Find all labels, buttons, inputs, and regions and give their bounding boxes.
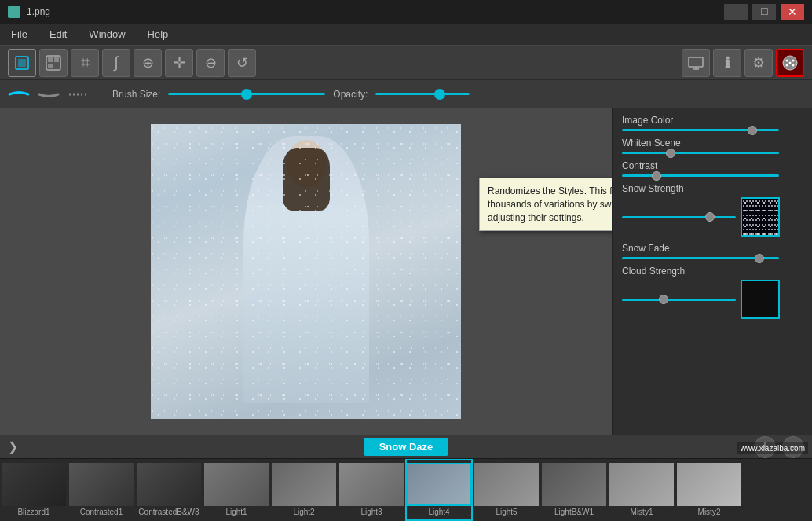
menu-window[interactable]: Window [84, 27, 130, 42]
svg-point-13 [786, 64, 788, 66]
display-button[interactable] [682, 49, 710, 77]
whiten-scene-label: Whiten Scene [622, 138, 803, 149]
crop-button[interactable]: ⌗ [71, 49, 99, 77]
filmstrip-item-misty1[interactable]: Misty1 [608, 459, 675, 521]
tooltip: Randomizes the Styles. This feature crea… [479, 178, 612, 231]
filmstrip-item-light2[interactable]: Light2 [270, 459, 338, 521]
snow-fade-label: Snow Fade [622, 243, 803, 254]
bottom-left: ❯ [8, 439, 18, 454]
svg-point-14 [792, 64, 795, 66]
maximize-button[interactable]: ☐ [752, 4, 776, 20]
contrast-label: Contrast [622, 160, 803, 171]
main-toolbar: ⌗ ∫ ⊕ ✛ ⊖ ↺ ℹ ⚙ [0, 46, 812, 80]
opacity-slider[interactable] [375, 93, 470, 95]
snow-fade-control: Snow Fade [622, 243, 803, 259]
zoom-out-button[interactable]: ⊖ [196, 49, 225, 77]
filmstrip-item-lightbw1[interactable]: LightB&W1 [540, 459, 608, 521]
menu-edit[interactable]: Edit [45, 27, 71, 42]
snow-strength-control: Snow Strength [622, 183, 803, 237]
curve-button[interactable]: ∫ [102, 49, 130, 77]
brush-tool-2[interactable] [38, 87, 60, 101]
filmstrip-item-misty2[interactable]: Misty2 [675, 459, 743, 521]
filmstrip-item-contrastedbw3[interactable]: ContrastedB&W3 [135, 459, 203, 521]
title-bar: 1.png — ☐ ✕ [0, 0, 812, 24]
window-controls: — ☐ ✕ [724, 4, 804, 20]
brush-size-slider[interactable] [168, 93, 325, 95]
filmstrip: Blizzard1 Contrasted1 ContrastedB&W3 Lig… [0, 458, 812, 521]
zoom-in-button[interactable]: ⊕ [134, 49, 162, 77]
cloud-strength-control: Cloud Strength [622, 266, 803, 319]
menu-bar: File Edit Window Help [0, 24, 812, 46]
watermark: www.xiazaiba.com [737, 442, 808, 454]
whiten-scene-slider[interactable] [622, 152, 779, 154]
brush-tool-3[interactable] [68, 87, 90, 101]
bottom-bar: ❯ Snow Daze + − [0, 435, 812, 458]
settings-button[interactable]: ⚙ [744, 49, 773, 77]
snow-strength-label: Snow Strength [622, 183, 803, 194]
filmstrip-item-light5[interactable]: Light5 [473, 459, 540, 521]
contrast-control: Contrast [622, 160, 803, 177]
canvas-area: Randomizes the Styles. This feature crea… [0, 108, 612, 435]
canvas-button[interactable] [8, 49, 36, 77]
snow-strength-preview [741, 197, 780, 237]
cloud-strength-preview [741, 280, 780, 319]
brush-separator [101, 83, 101, 105]
contrast-slider[interactable] [622, 174, 779, 177]
svg-point-12 [792, 59, 795, 61]
filmstrip-item-contrasted1[interactable]: Contrasted1 [68, 459, 135, 521]
info-button[interactable]: ℹ [713, 49, 741, 77]
brush-size-container [168, 93, 325, 95]
randomize-button[interactable] [776, 49, 804, 77]
title-text: 1.png [27, 6, 50, 17]
style-name-badge: Snow Daze [364, 438, 449, 456]
opacity-container [375, 93, 470, 95]
snow-strength-slider[interactable] [622, 216, 736, 218]
svg-rect-6 [689, 57, 703, 67]
svg-point-10 [786, 59, 788, 61]
opacity-label: Opacity: [333, 89, 368, 100]
cloud-strength-slider[interactable] [622, 299, 736, 301]
svg-rect-3 [48, 57, 53, 62]
svg-rect-4 [54, 57, 59, 62]
tooltip-text: Randomizes the Styles. This feature crea… [488, 185, 612, 223]
filmstrip-item-light3[interactable]: Light3 [338, 459, 405, 521]
image-color-slider[interactable] [622, 129, 779, 131]
move-button[interactable]: ✛ [165, 49, 193, 77]
brush-tool-1[interactable] [8, 87, 30, 101]
snow-fade-slider[interactable] [622, 257, 779, 259]
filmstrip-item-light4[interactable]: Light4 [405, 459, 473, 521]
main-area: Randomizes the Styles. This feature crea… [0, 108, 812, 435]
image-color-control: Image Color [622, 115, 803, 131]
cloud-strength-label: Cloud Strength [622, 266, 803, 277]
rotate-button[interactable]: ↺ [228, 49, 256, 77]
menu-file[interactable]: File [6, 27, 32, 42]
collapse-button[interactable]: ❯ [8, 440, 18, 453]
paint-button[interactable] [39, 49, 68, 77]
svg-rect-1 [18, 59, 26, 67]
menu-help[interactable]: Help [143, 27, 174, 42]
brush-size-label: Brush Size: [112, 89, 160, 100]
svg-point-11 [789, 61, 792, 64]
image-color-label: Image Color [622, 115, 803, 126]
minimize-button[interactable]: — [724, 4, 748, 20]
filmstrip-item-light1[interactable]: Light1 [203, 459, 270, 521]
svg-rect-5 [48, 64, 53, 68]
right-panel: Image Color Whiten Scene Contrast Snow S… [612, 108, 812, 435]
app-title: 1.png [8, 6, 50, 18]
whiten-scene-control: Whiten Scene [622, 138, 803, 154]
close-button[interactable]: ✕ [781, 4, 804, 20]
app-icon [8, 6, 20, 18]
brush-toolbar: Brush Size: Opacity: [0, 80, 812, 108]
canvas-image [151, 124, 461, 419]
filmstrip-item-blizzard1[interactable]: Blizzard1 [0, 459, 68, 521]
snow-overlay [151, 124, 461, 419]
